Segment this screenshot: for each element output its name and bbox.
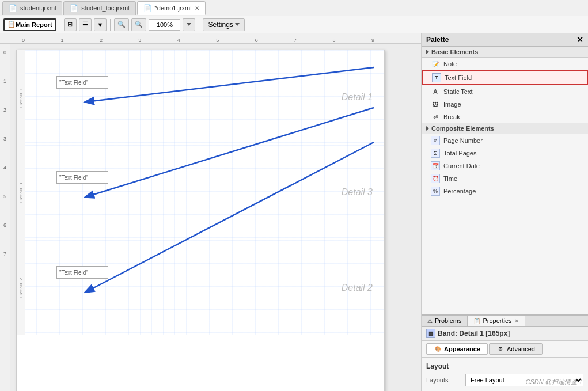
detail-band-3: Detail 3 "Text Field" bbox=[17, 145, 384, 240]
right-panel: Palette ✕ Basic Elements 📝 Note T Text F… bbox=[421, 33, 588, 391]
ruler-mark-5: 5 bbox=[216, 37, 219, 43]
ruler-mark-6: 6 bbox=[255, 37, 258, 43]
break-icon: ⏎ bbox=[431, 112, 440, 122]
palette-item-image[interactable]: 🖼 Image bbox=[422, 98, 588, 111]
band-marker-1: Detail 1 bbox=[17, 50, 25, 145]
image-icon: 🖼 bbox=[431, 100, 440, 109]
ruler-left: 0 1 2 3 4 5 6 7 bbox=[0, 44, 10, 391]
text-field-1[interactable]: "Text Field" bbox=[56, 76, 108, 89]
layout-heading: Layout bbox=[426, 362, 583, 370]
palette-item-page-number[interactable]: # Page Number bbox=[422, 134, 588, 147]
ruler-mark-1: 1 bbox=[60, 37, 63, 43]
palette-item-total-pages[interactable]: Σ Total Pages bbox=[422, 147, 588, 160]
page-number-icon: # bbox=[431, 136, 440, 145]
note-icon: 📝 bbox=[431, 59, 440, 69]
settings-dropdown-icon bbox=[235, 23, 240, 26]
ruler-mark-3: 3 bbox=[138, 37, 141, 43]
properties-icon: 📋 bbox=[473, 318, 480, 324]
props-tabs: 🎨 Appearance ⚙ Advanced bbox=[422, 341, 588, 358]
palette-item-break[interactable]: ⏎ Break bbox=[422, 111, 588, 123]
band-content-2: "Text Field" bbox=[25, 240, 384, 335]
detail-band-1: Detail 1 "Text Field" bbox=[17, 50, 384, 145]
tab-student[interactable]: 📄 student.jrxml bbox=[2, 1, 62, 15]
tab-close-demo1[interactable]: ✕ bbox=[195, 5, 199, 12]
band-info: ▦ Band: Detail 1 [165px] bbox=[422, 327, 588, 341]
advanced-tab[interactable]: ⚙ Advanced bbox=[489, 343, 543, 355]
time-icon: ⏰ bbox=[431, 174, 440, 183]
band-icon: ▦ bbox=[426, 329, 435, 338]
tab-student-toc[interactable]: 📄 student_toc.jrxml bbox=[63, 1, 135, 15]
problems-icon: ⚠ bbox=[427, 318, 433, 324]
settings-button[interactable]: Settings bbox=[203, 18, 244, 31]
main-report-button[interactable]: 📋 Main Report bbox=[3, 18, 56, 31]
static-text-icon: A bbox=[431, 87, 440, 96]
ruler-mark-0: 0 bbox=[22, 37, 25, 43]
total-pages-icon: Σ bbox=[431, 149, 440, 158]
palette-section-basic[interactable]: Basic Elements bbox=[422, 47, 588, 58]
toolbar-separator-1 bbox=[60, 19, 60, 31]
palette-item-static-text[interactable]: A Static Text bbox=[422, 85, 588, 98]
watermark: CSDN @扫地情圣！ bbox=[526, 378, 583, 386]
properties-tab-close[interactable]: ✕ bbox=[514, 318, 519, 324]
palette-section-composite-arrow bbox=[426, 126, 429, 131]
toolbar-separator-3 bbox=[199, 19, 199, 31]
bottom-panel: ⚠ Problems 📋 Properties ✕ ▦ Band: Detail… bbox=[422, 314, 588, 391]
palette-item-percentage[interactable]: % Percentage bbox=[422, 185, 588, 198]
properties-tab[interactable]: 📋 Properties ✕ bbox=[468, 316, 525, 326]
appearance-icon: 🎨 bbox=[434, 345, 442, 353]
current-date-icon: 📅 bbox=[431, 161, 440, 170]
problems-tab[interactable]: ⚠ Problems bbox=[422, 316, 468, 326]
bottom-panel-tabs: ⚠ Problems 📋 Properties ✕ bbox=[422, 316, 588, 327]
toolbar-btn-zoomout[interactable]: 🔍 bbox=[131, 18, 146, 31]
toolbar-separator-2 bbox=[110, 19, 111, 31]
palette-section-basic-arrow bbox=[426, 50, 429, 54]
palette-section-composite[interactable]: Composite Elements bbox=[422, 123, 588, 134]
text-field-3[interactable]: "Text Field" bbox=[56, 266, 108, 279]
ruler-mark-9: 9 bbox=[371, 37, 374, 43]
band-marker-2: Detail 2 bbox=[17, 240, 25, 335]
canvas-area: 0 1 2 3 4 5 6 7 8 9 0 bbox=[0, 33, 421, 391]
palette-item-time[interactable]: ⏰ Time bbox=[422, 172, 588, 185]
toolbar-btn-zoomin[interactable]: 🔍 bbox=[114, 18, 129, 31]
detail-band-2: Detail 2 "Text Field" bbox=[17, 240, 384, 335]
band-marker-3: Detail 3 bbox=[17, 145, 25, 240]
toolbar-btn-list[interactable]: ☰ bbox=[79, 18, 92, 31]
toolbar: 📋 Main Report ⊞ ☰ ▼ 🔍 🔍 Settings bbox=[0, 16, 588, 33]
percentage-icon: % bbox=[431, 187, 440, 196]
ruler-top: 0 1 2 3 4 5 6 7 8 9 bbox=[0, 33, 421, 44]
text-field-2[interactable]: "Text Field" bbox=[56, 171, 108, 184]
toolbar-btn-down[interactable]: ▼ bbox=[94, 18, 107, 31]
ruler-mark-4: 4 bbox=[177, 37, 180, 43]
toolbar-btn-grid[interactable]: ⊞ bbox=[64, 18, 77, 31]
ruler-mark-2: 2 bbox=[100, 37, 103, 43]
palette-header: Palette ✕ bbox=[422, 33, 588, 47]
band-content-3: "Text Field" bbox=[25, 145, 384, 240]
palette-item-text-field[interactable]: T Text Field bbox=[422, 70, 588, 85]
palette-item-note[interactable]: 📝 Note bbox=[422, 58, 588, 70]
ruler-mark-7: 7 bbox=[294, 37, 297, 43]
text-field-icon: T bbox=[432, 73, 441, 82]
tab-demo1[interactable]: 📄 *demo1.jrxml ✕ bbox=[137, 1, 206, 15]
report-page: Detail 1 "Text Field" Detail 3 bbox=[16, 50, 385, 391]
advanced-icon: ⚙ bbox=[496, 345, 504, 353]
appearance-tab[interactable]: 🎨 Appearance bbox=[426, 343, 488, 355]
toolbar-btn-zoom-dropdown[interactable] bbox=[183, 18, 195, 31]
zoom-input[interactable] bbox=[149, 19, 180, 31]
palette-close-button[interactable]: ✕ bbox=[576, 35, 583, 44]
palette-item-current-date[interactable]: 📅 Current Date bbox=[422, 160, 588, 172]
band-content-1: "Text Field" bbox=[25, 50, 384, 145]
ruler-mark-8: 8 bbox=[333, 37, 336, 43]
